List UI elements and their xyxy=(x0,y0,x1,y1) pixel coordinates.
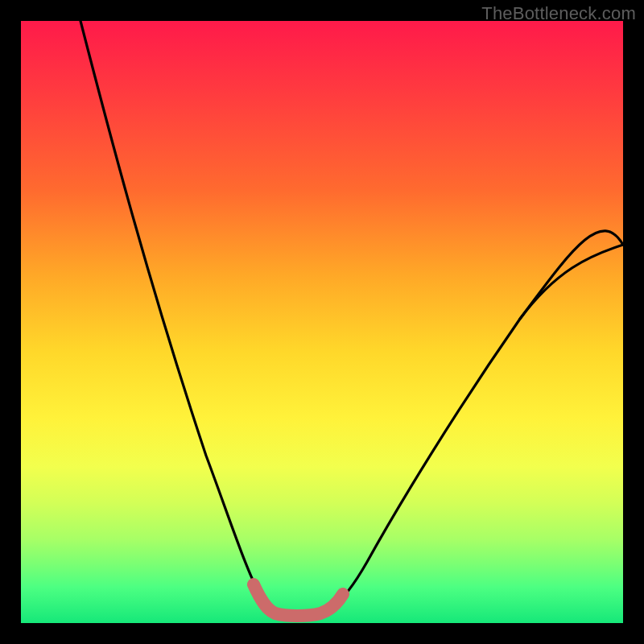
chart-frame: TheBottleneck.com xyxy=(0,0,644,644)
chart-plot-area xyxy=(21,21,623,623)
curve-line xyxy=(80,21,623,614)
bottleneck-curve xyxy=(21,21,623,623)
curve-line-right-tail xyxy=(520,245,623,319)
curve-highlight xyxy=(254,584,343,616)
